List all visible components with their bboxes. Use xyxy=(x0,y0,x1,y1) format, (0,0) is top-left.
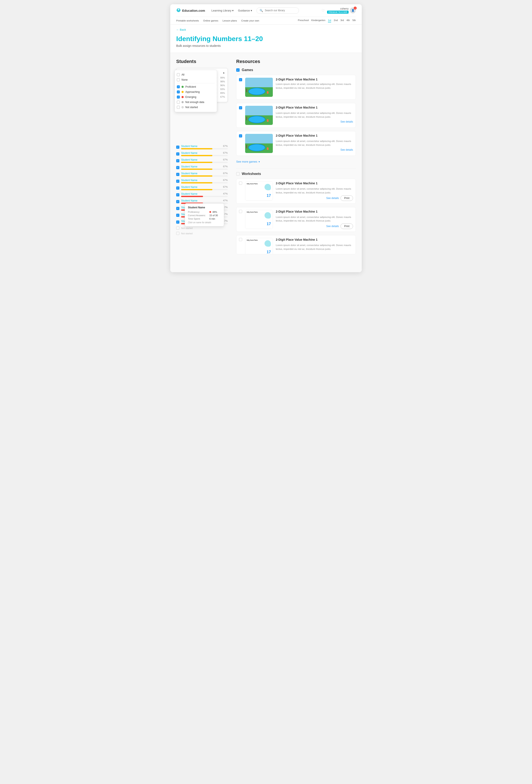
student-name-5[interactable]: Student Name xyxy=(181,179,222,182)
student-name-0[interactable]: Student Name xyxy=(181,145,222,148)
grade-5th[interactable]: 5th xyxy=(353,19,356,22)
not-started-cb-0[interactable] xyxy=(176,226,179,230)
grade-4th[interactable]: 4th xyxy=(346,19,350,22)
sock-title-1: Silly Sock Pairs xyxy=(247,211,258,213)
grade-1st[interactable]: 1st xyxy=(328,19,331,22)
student-row: ✓ Student Name 67% xyxy=(176,179,228,184)
student-checkbox-1[interactable]: ✓ xyxy=(176,152,179,156)
game-scene-1 xyxy=(245,106,273,125)
worksheet-print-1[interactable]: Print xyxy=(340,223,353,229)
student-name-6[interactable]: Student Name xyxy=(181,186,222,189)
student-checkbox-3[interactable]: ✓ xyxy=(176,166,179,169)
back-button[interactable]: ← Back xyxy=(176,28,356,31)
games-checkbox[interactable]: ✓ xyxy=(236,68,240,72)
header-link-create[interactable]: Create your own xyxy=(241,19,259,22)
tooltip-time-row: Time Spent: 6 min xyxy=(188,218,221,220)
search-icon: 🔍 xyxy=(260,9,263,12)
premium-badge: PREMIUM TEACHER xyxy=(327,11,348,13)
game-cb-2[interactable]: ✓ xyxy=(239,134,242,138)
see-more-games-button[interactable]: See more games ▾ xyxy=(236,159,356,164)
student-pct-6: 67% xyxy=(222,186,228,189)
nav-learning-library[interactable]: Learning Library ▾ xyxy=(212,9,234,12)
worksheet-card-0: Silly Sock Pairs 17 2-Digit Place Value … xyxy=(236,179,356,204)
logo[interactable]: Education.com xyxy=(176,8,205,13)
student-name-8[interactable]: Student Name xyxy=(181,199,222,202)
student-bar-4 xyxy=(181,175,213,177)
student-checkbox-6[interactable]: ✓ xyxy=(176,187,179,190)
student-checkbox-7[interactable]: ✓ xyxy=(176,193,179,196)
student-pct-8: 47% xyxy=(222,199,228,202)
student-checkbox-4[interactable]: ✓ xyxy=(176,173,179,176)
student-checkbox-8[interactable]: ✓ xyxy=(176,200,179,203)
tooltip-proficiency-row: Proficiency: 48% xyxy=(188,211,221,213)
worksheet-card-2: Silly Sock Pairs 17 2-Digit Place Value … xyxy=(236,235,356,254)
prof-option-all[interactable]: All xyxy=(177,72,215,77)
grade-preschool[interactable]: Preschool xyxy=(298,19,309,22)
search-input[interactable] xyxy=(265,9,296,12)
student-name-7[interactable]: Student Name xyxy=(181,192,222,195)
sock-number-1: 17 xyxy=(267,222,271,226)
student-name-3[interactable]: Student Name xyxy=(181,165,222,168)
prof-option-approaching[interactable]: ✓ Approaching xyxy=(177,89,215,94)
tooltip-correct-label: Correct Answers: xyxy=(188,214,208,217)
sock-title-2: Silly Sock Pairs xyxy=(247,240,258,241)
worksheet-print-0[interactable]: Print xyxy=(340,195,353,201)
not-started-cb-1[interactable] xyxy=(176,232,179,235)
student-checkbox-10[interactable]: ✓ xyxy=(176,214,179,217)
prof-option-proficient[interactable]: ✓ Proficient xyxy=(177,84,215,89)
prof-option-not-started[interactable]: Not started xyxy=(177,105,215,110)
prof-cb-not-started[interactable] xyxy=(177,106,180,109)
grade-kindergarten[interactable]: Kindergarten xyxy=(311,19,325,22)
game-cb-0[interactable]: ✓ xyxy=(239,78,242,81)
grade-3rd[interactable]: 3rd xyxy=(340,19,344,22)
worksheet-cb-0[interactable] xyxy=(239,181,242,185)
student-checkbox-2[interactable]: ✓ xyxy=(176,159,179,162)
prof-cb-none[interactable] xyxy=(177,78,180,81)
not-started-label-1: Not started xyxy=(181,232,193,235)
prof-cb-emerging[interactable]: ✓ xyxy=(177,95,180,99)
worksheet-card-1: Silly Sock Pairs 17 2-Digit Place Value … xyxy=(236,207,356,232)
prof-cb-proficient[interactable]: ✓ xyxy=(177,85,180,88)
student-checkbox-0[interactable]: ✓ xyxy=(176,145,179,149)
student-checkbox-5[interactable]: ✓ xyxy=(176,179,179,183)
game-see-details-2[interactable]: See details xyxy=(340,148,353,151)
student-checkbox-11[interactable]: ✓ xyxy=(176,221,179,224)
student-row: ✓ Student Name 67% xyxy=(176,151,228,156)
grade-2nd[interactable]: 2nd xyxy=(334,19,338,22)
game-cb-1[interactable]: ✓ xyxy=(239,106,242,109)
header-link-lesson-plans[interactable]: Lesson plans xyxy=(223,19,237,22)
tooltip-name: Student Name xyxy=(188,206,221,209)
header-link-online-games[interactable]: Online games xyxy=(203,19,218,22)
student-name-1[interactable]: Student Name xyxy=(181,151,222,155)
prof-cb-no-data[interactable] xyxy=(177,101,180,104)
breadcrumb: ← Back xyxy=(170,25,362,33)
prof-cb-approaching[interactable]: ✓ xyxy=(177,90,180,93)
header-bottom-left: Printable worksheets Online games Lesson… xyxy=(176,19,298,22)
notification-badge: 2 xyxy=(354,7,357,9)
worksheets-checkbox[interactable] xyxy=(236,172,240,175)
worksheet-cb-1[interactable] xyxy=(239,210,242,213)
game-desc-2: Lorem ipsum dolor sit amet, consectetur … xyxy=(276,139,353,147)
prof-cb-all[interactable] xyxy=(177,73,180,76)
prof-option-none[interactable]: None xyxy=(177,77,215,82)
proficiency-dropdown: All None ✓ Proficient ✓ Approaching xyxy=(174,70,217,112)
student-name-2[interactable]: Student Name xyxy=(181,158,222,161)
game-see-details-1[interactable]: See details xyxy=(340,120,353,123)
avatar[interactable]: 👤 2 xyxy=(350,7,356,13)
worksheet-see-details-0[interactable]: See details xyxy=(326,197,339,200)
prof-option-emerging[interactable]: ✓ Emerging xyxy=(177,94,215,100)
student-checkbox-9[interactable]: ✓ xyxy=(176,207,179,210)
worksheet-title-2: 2-Digit Place Value Machine 1 xyxy=(276,238,353,241)
game-title-2: 2-Digit Place Value Machine 1 xyxy=(276,134,353,137)
nav-guidance[interactable]: Guidance ▾ xyxy=(238,9,252,12)
heart-icon[interactable]: ♡ xyxy=(321,8,325,12)
worksheet-see-details-1[interactable]: See details xyxy=(326,225,339,228)
student-bar-7 xyxy=(181,196,203,197)
header-link-printable[interactable]: Printable worksheets xyxy=(176,19,199,22)
student-name-4[interactable]: Student Name xyxy=(181,172,222,175)
tooltip-note: Click on name for details xyxy=(188,221,221,224)
prof-option-no-data[interactable]: Not enough data xyxy=(177,100,215,105)
proficient-dot xyxy=(181,86,184,88)
worksheet-cb-2[interactable] xyxy=(239,238,242,241)
worksheet-info-1: 2-Digit Place Value Machine 1 Lorem ipsu… xyxy=(276,210,353,229)
